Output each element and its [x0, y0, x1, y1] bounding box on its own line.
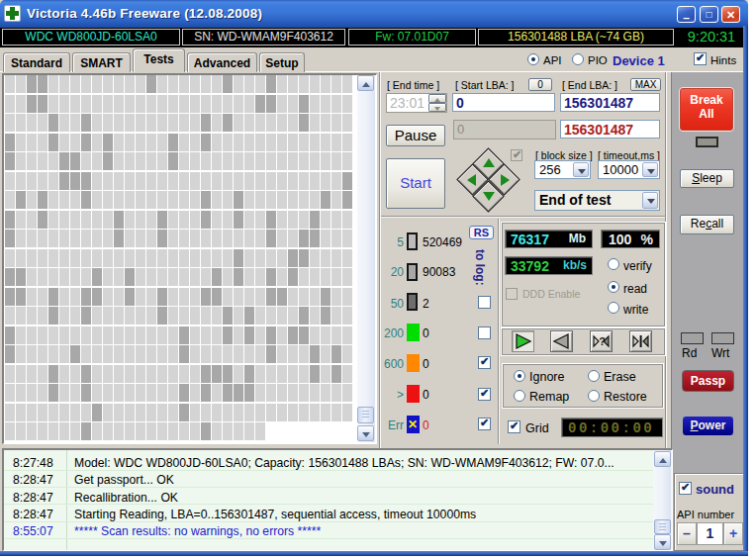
svg-text:?: ? [599, 335, 606, 347]
